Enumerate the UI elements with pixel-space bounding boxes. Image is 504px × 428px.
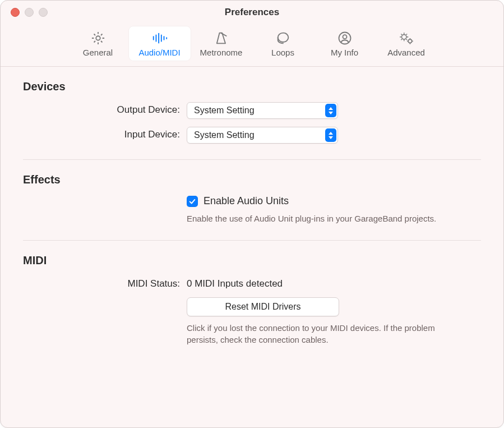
tab-general[interactable]: General — [67, 26, 129, 61]
tab-label: Advanced — [376, 48, 437, 57]
loop-icon — [252, 30, 314, 47]
section-effects: Effects Enable Audio Units Enable the us… — [1, 160, 503, 240]
input-device-popup[interactable]: System Setting — [187, 127, 338, 144]
minimize-window-button[interactable] — [25, 8, 34, 17]
audio-waveform-icon — [129, 30, 191, 47]
checkmark-icon — [188, 197, 196, 205]
svg-point-10 — [343, 35, 346, 39]
content-area: Devices Output Device: System Setting In… — [1, 67, 503, 361]
input-device-value: System Setting — [194, 130, 255, 140]
section-midi: MIDI MIDI Status: 0 MIDI Inputs detected… — [1, 241, 503, 361]
window-title: Preferences — [1, 7, 503, 18]
row-midi-status: MIDI Status: 0 MIDI Inputs detected Rese… — [23, 276, 481, 346]
row-input-device: Input Device: System Setting — [23, 127, 481, 144]
midi-status-label: MIDI Status: — [23, 276, 187, 289]
enable-audio-units-help: Enable the use of Audio Unit plug-ins in… — [187, 213, 456, 224]
preferences-toolbar: General Audio/MIDI — [1, 24, 503, 67]
window-controls — [11, 8, 48, 17]
tab-audio-midi[interactable]: Audio/MIDI — [129, 26, 191, 61]
reset-midi-drivers-button[interactable]: Reset MIDI Drivers — [187, 297, 339, 316]
titlebar: Preferences — [1, 1, 503, 24]
svg-point-0 — [96, 36, 100, 40]
reset-midi-drivers-label: Reset MIDI Drivers — [225, 302, 300, 312]
tab-label: Metronome — [191, 48, 252, 57]
svg-point-12 — [408, 39, 411, 43]
svg-point-8 — [278, 33, 288, 42]
section-title-midi: MIDI — [23, 254, 481, 267]
close-window-button[interactable] — [11, 8, 20, 17]
tab-my-info[interactable]: My Info — [314, 26, 376, 61]
output-device-value: System Setting — [194, 105, 255, 116]
enable-audio-units-checkbox[interactable] — [187, 196, 198, 207]
tab-label: Audio/MIDI — [129, 48, 191, 57]
row-output-device: Output Device: System Setting — [23, 102, 481, 119]
popup-arrows-icon — [325, 104, 336, 117]
output-device-popup[interactable]: System Setting — [187, 102, 338, 119]
tab-metronome[interactable]: Metronome — [191, 26, 252, 61]
tab-label: General — [67, 48, 129, 57]
gears-icon — [376, 30, 437, 47]
tab-loops[interactable]: Loops — [252, 26, 314, 61]
person-circle-icon — [314, 30, 376, 47]
tab-label: Loops — [252, 48, 314, 57]
zoom-window-button[interactable] — [39, 8, 48, 17]
gear-icon — [67, 30, 129, 47]
row-enable-au: Enable Audio Units Enable the use of Aud… — [23, 195, 481, 224]
output-device-label: Output Device: — [23, 102, 187, 116]
tab-label: My Info — [314, 48, 376, 57]
metronome-icon — [191, 30, 252, 47]
popup-arrows-icon — [325, 128, 336, 142]
tab-advanced[interactable]: Advanced — [376, 26, 437, 61]
preferences-window: Preferences General — [0, 0, 504, 428]
enable-audio-units-label: Enable Audio Units — [204, 195, 289, 207]
input-device-label: Input Device: — [23, 127, 187, 140]
reset-midi-help: Click if you lost the connection to your… — [187, 322, 456, 346]
svg-point-11 — [401, 35, 406, 40]
section-title-effects: Effects — [23, 173, 481, 186]
svg-line-7 — [220, 33, 226, 36]
section-devices: Devices Output Device: System Setting In… — [1, 67, 503, 159]
section-title-devices: Devices — [23, 80, 481, 93]
midi-status-value: 0 MIDI Inputs detected — [187, 276, 481, 289]
